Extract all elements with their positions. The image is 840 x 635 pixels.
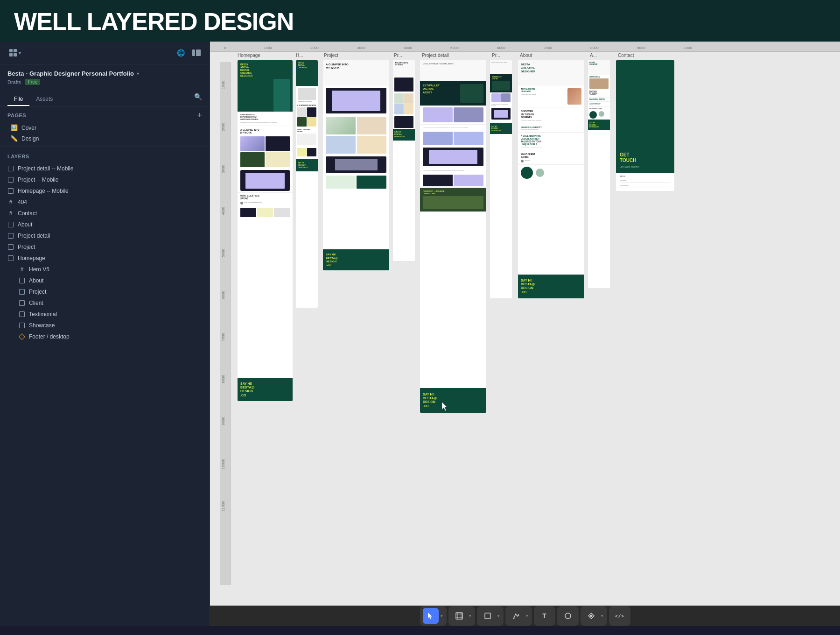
canvas-content[interactable]: 1000 2000 3000 4000 5000 6000 7000 8000 …	[220, 52, 840, 606]
project-meta: Drafts Free	[7, 79, 202, 85]
tab-file[interactable]: File	[7, 93, 29, 106]
project-frame[interactable]: A GLIMPSE INTOMY WORK	[323, 60, 389, 270]
ruler-top: 0 1000 2000 3000 4000 5000 6000 7000 800…	[210, 42, 840, 52]
layer-homepage[interactable]: Homepage	[0, 253, 210, 264]
layer-client[interactable]: Client	[0, 297, 210, 309]
toolbar-frame-group: ▾	[448, 606, 475, 626]
homepage-frame[interactable]: BESTAADITYADIGITALCREATIVEDESIGNER CRAFT…	[238, 60, 293, 401]
canvas-area[interactable]: 0 1000 2000 3000 4000 5000 6000 7000 800…	[210, 42, 840, 626]
layer-showcase[interactable]: Showcase	[0, 320, 210, 331]
globe-icon-button[interactable]: 🌐	[174, 46, 187, 59]
rect-tool-button[interactable]	[480, 608, 496, 624]
project-name-row: Besta - Graphic Designer Personal Portfo…	[7, 70, 202, 77]
layer-404[interactable]: # 404	[0, 197, 210, 208]
project-detail-mobile-frame[interactable]: ZETWALLET DIGITAL ASSET ZETWALLETDIGITAL…	[490, 60, 512, 298]
layer-homepage-mobile[interactable]: Homepage -- Mobile	[0, 185, 210, 197]
sidebar-project-header: Besta - Graphic Designer Personal Portfo…	[0, 64, 210, 89]
sidebar: ▾ 🌐 Besta - Graphic Designer Personal Po…	[0, 42, 210, 626]
project-chevron-icon[interactable]: ▾	[137, 71, 139, 76]
about-mobile-frame[interactable]: BESTACREATIVE ADITYA DIGITAL DISCOVERMY …	[588, 60, 610, 288]
toolbar-rect-group: ▾	[477, 606, 504, 626]
layer-project-detail-mobile[interactable]: Project detail -- Mobile	[0, 163, 210, 174]
toolbar-code-group: </>	[609, 606, 630, 626]
layer-footer-desktop[interactable]: Footer / desktop	[0, 331, 210, 342]
frame-tool-button[interactable]	[451, 608, 467, 624]
grid-icon	[9, 49, 17, 56]
select-tool-chevron[interactable]: ▾	[440, 614, 444, 618]
testimonial-section: WHAT CLIENT ARESAYING Lorem ipsum testim…	[238, 192, 293, 206]
vector-tool-button[interactable]	[508, 608, 524, 624]
ruler-mark-9000: 9000	[637, 46, 645, 50]
layer-about[interactable]: About	[0, 219, 210, 230]
ruler-mark-7000: 7000	[544, 46, 552, 50]
ruler-mark-0: 0	[224, 46, 226, 50]
frame-label-about: About	[520, 53, 532, 58]
layer-hero-v5[interactable]: # Hero V5	[0, 264, 210, 275]
free-badge: Free	[25, 79, 40, 85]
layout-split-button[interactable]	[190, 46, 203, 59]
frame-label-project-mobile: Pr...	[394, 53, 402, 58]
layer-project[interactable]: Project	[0, 241, 210, 253]
pages-section-title: Pages	[7, 113, 26, 118]
laptop-section	[238, 169, 293, 192]
layer-about-sub[interactable]: About	[0, 275, 210, 286]
pages-section: Pages + 🖼️ Cover ✏️ Design	[0, 106, 210, 147]
toolbar-ellipse-group	[557, 606, 579, 626]
drafts-label: Drafts	[7, 79, 21, 85]
toolbar: ▾ ▾ ▾ ▾ T	[210, 606, 840, 626]
layers-title: Layers	[7, 154, 29, 159]
ruler-mark-3000: 3000	[357, 46, 365, 50]
svg-rect-5	[485, 613, 490, 619]
ruler-mark-4000: 4000	[404, 46, 412, 50]
toolbar-components-group: ▾	[581, 606, 607, 626]
ellipse-tool-button[interactable]	[560, 608, 576, 624]
frame-label-project-detail: Project detail	[422, 53, 449, 58]
project-detail-frame[interactable]: (2024) ZETWALLET DIGITAL ASSET ZETWALLET…	[420, 60, 486, 413]
layer-testimonial[interactable]: Testimonial	[0, 309, 210, 320]
project-name[interactable]: Besta - Graphic Designer Personal Portfo…	[7, 70, 134, 77]
about-frame[interactable]: BESTACREATIVEDESIGNER ADITYA DIGITALDESI…	[518, 60, 584, 298]
homepage-mobile-frame[interactable]: BESTAADITYACREATIVE Crafting digital exp…	[296, 60, 318, 308]
grid-menu-button[interactable]: ▾	[7, 47, 24, 58]
page-design-label: Design	[21, 135, 39, 142]
layers-section: Layers Project detail -- Mobile Project …	[0, 147, 210, 626]
svg-point-7	[518, 614, 519, 616]
frame-tool-chevron[interactable]: ▾	[468, 614, 472, 618]
rect-tool-chevron[interactable]: ▾	[497, 614, 501, 618]
layers-header: Layers	[0, 152, 210, 163]
mobile-hero: BESTAADITYACREATIVE	[296, 60, 318, 86]
ruler-left: 1000 2000 3000 4000 5000 6000 7000 8000 …	[220, 62, 231, 585]
layer-contact[interactable]: # Contact	[0, 208, 210, 219]
vector-tool-chevron[interactable]: ▾	[525, 614, 529, 618]
layer-project-sub[interactable]: Project	[0, 286, 210, 297]
chevron-down-icon: ▾	[19, 50, 21, 56]
text-tool-button[interactable]: T	[537, 608, 553, 624]
main-layout: ▾ 🌐 Besta - Graphic Designer Personal Po…	[0, 42, 840, 626]
layer-project-mobile[interactable]: Project -- Mobile	[0, 174, 210, 185]
ruler-mark-1000: 1000	[264, 46, 272, 50]
svg-point-6	[513, 618, 514, 619]
crafting-section: CRAFTING DIGITALEXPERIENCES THATINSPIRE …	[238, 112, 293, 126]
toolbar-text-group: T	[534, 606, 555, 626]
add-page-button[interactable]: +	[197, 111, 202, 120]
contact-frame[interactable]: GETTOUCH Let's work together SAY HI! You…	[616, 60, 674, 191]
search-icon[interactable]: 🔍	[194, 93, 202, 106]
frame-label-contact: Contact	[618, 53, 634, 58]
frame-label-project: Project	[324, 53, 338, 58]
ruler-mark-5000: 5000	[450, 46, 459, 50]
app-title: WELL LAYERED DESIGN	[14, 8, 826, 35]
top-banner: WELL LAYERED DESIGN	[0, 0, 840, 42]
components-tool-button[interactable]	[583, 608, 599, 624]
ruler-mark-6000: 6000	[497, 46, 505, 50]
select-tool-button[interactable]	[423, 608, 439, 624]
code-tool-button[interactable]: </>	[612, 608, 628, 624]
components-tool-chevron[interactable]: ▾	[600, 614, 604, 618]
ruler-mark-10000: 1000	[684, 46, 692, 50]
project-mobile-frame[interactable]: A GLIMPSE INTOMY WORK	[393, 60, 415, 261]
tab-assets[interactable]: Assets	[29, 93, 59, 106]
glimpse-section: A GLIMPSE INTOMY WORK	[238, 126, 293, 135]
svg-point-9	[590, 615, 592, 617]
page-item-design[interactable]: ✏️ Design	[7, 133, 202, 144]
page-item-cover[interactable]: 🖼️ Cover	[7, 122, 202, 133]
layer-project-detail[interactable]: Project detail	[0, 230, 210, 241]
